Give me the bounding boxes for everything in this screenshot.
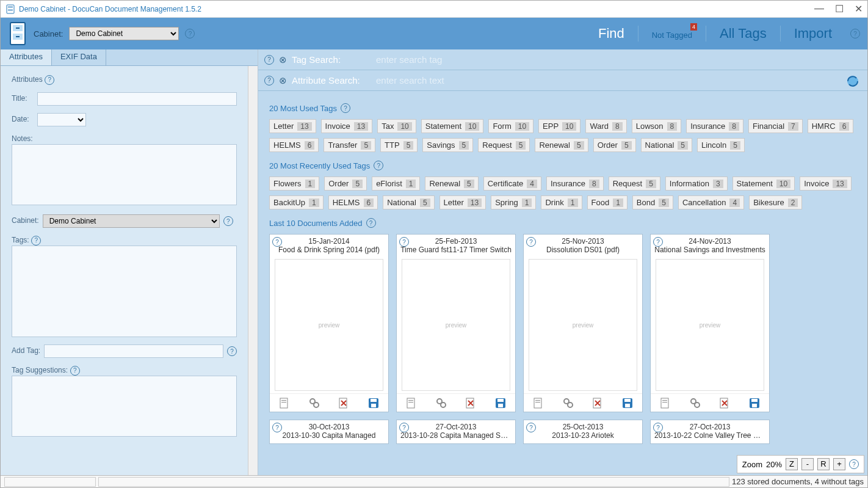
help-icon[interactable]: ? xyxy=(374,161,383,170)
tag-chip[interactable]: Spring1 xyxy=(491,195,536,209)
doc-link-icon[interactable] xyxy=(308,397,320,409)
document-card[interactable]: ?27-Oct-20132013-10-28 Capita Managed Se… xyxy=(396,420,516,444)
doc-open-icon[interactable] xyxy=(532,397,544,409)
tag-search-input[interactable] xyxy=(376,54,861,65)
close-button[interactable]: ✕ xyxy=(855,3,863,15)
tab-exif[interactable]: EXIF Data xyxy=(52,49,106,65)
tag-chip[interactable]: Flowers1 xyxy=(269,177,319,191)
tag-chip[interactable]: Savings5 xyxy=(422,138,473,152)
nav-import[interactable]: Import xyxy=(781,26,845,42)
tag-chip[interactable]: Statement10 xyxy=(421,119,484,133)
title-input[interactable] xyxy=(37,92,237,106)
doc-delete-icon[interactable] xyxy=(718,397,731,409)
help-icon[interactable]: ? xyxy=(653,237,663,247)
help-icon[interactable]: ? xyxy=(850,29,860,38)
help-icon[interactable]: ? xyxy=(526,237,536,247)
tag-chip[interactable]: Certificate4 xyxy=(483,177,541,191)
nav-all-tags[interactable]: All Tags xyxy=(706,26,781,42)
help-icon[interactable]: ? xyxy=(272,237,282,247)
tag-chip[interactable]: Request5 xyxy=(478,138,530,152)
tag-chip[interactable]: Lowson8 xyxy=(632,119,682,133)
doc-link-icon[interactable] xyxy=(435,397,447,409)
tag-chip[interactable]: BackitUp1 xyxy=(269,195,324,209)
tag-chip[interactable]: Bond5 xyxy=(632,195,673,209)
help-icon[interactable]: ? xyxy=(264,55,274,65)
minimize-button[interactable]: — xyxy=(814,3,824,15)
tags-box[interactable] xyxy=(12,246,237,337)
tag-chip[interactable]: Invoice13 xyxy=(800,177,852,191)
doc-open-icon[interactable] xyxy=(278,397,291,409)
help-icon[interactable]: ? xyxy=(366,218,376,228)
tag-chip[interactable]: Tax10 xyxy=(377,119,416,133)
help-icon[interactable]: ? xyxy=(227,346,237,356)
tag-chip[interactable]: Renewal5 xyxy=(535,138,588,152)
help-icon[interactable]: ? xyxy=(185,29,195,38)
tab-attributes[interactable]: Attributes xyxy=(1,49,52,65)
help-icon[interactable]: ? xyxy=(272,423,282,432)
tag-chip[interactable]: Ward8 xyxy=(585,119,626,133)
tag-chip[interactable]: Bikesure2 xyxy=(749,195,802,209)
help-icon[interactable]: ? xyxy=(849,459,859,469)
doc-save-icon[interactable] xyxy=(494,397,507,409)
tag-chip[interactable]: Letter13 xyxy=(439,195,486,209)
tag-chip[interactable]: Transfer5 xyxy=(324,138,375,152)
document-card[interactable]: ?15-Jan-2014Food & Drink Spring 2014 (pd… xyxy=(269,234,389,412)
document-card[interactable]: ?30-Oct-20132013-10-30 Capita Managed xyxy=(269,420,389,444)
clear-attr-search-icon[interactable]: ⊗ xyxy=(279,75,287,86)
nav-not-tagged[interactable]: Not Tagged4 xyxy=(638,26,706,42)
notes-textarea[interactable] xyxy=(12,144,237,205)
doc-delete-icon[interactable] xyxy=(465,397,477,409)
tag-chip[interactable]: Food1 xyxy=(587,195,627,209)
doc-save-icon[interactable] xyxy=(367,397,380,409)
cabinet-select-2[interactable]: Demo Cabinet xyxy=(43,214,220,228)
maximize-button[interactable]: ☐ xyxy=(835,3,844,15)
doc-delete-icon[interactable] xyxy=(338,397,350,409)
document-card[interactable]: ?25-Feb-2013Time Guard fst11-17 Timer Sw… xyxy=(396,234,516,412)
cabinet-select[interactable]: Demo Cabinet xyxy=(69,27,179,40)
tag-chip[interactable]: Insurance8 xyxy=(546,177,604,191)
zoom-reset-button[interactable]: R xyxy=(817,458,830,470)
document-card[interactable]: ?25-Oct-20132013-10-23 Ariotek xyxy=(523,420,643,444)
tag-chip[interactable]: Insurance8 xyxy=(686,119,743,133)
clear-tag-search-icon[interactable]: ⊗ xyxy=(279,54,287,65)
tag-chip[interactable]: Financial7 xyxy=(748,119,803,133)
attr-search-input[interactable] xyxy=(376,75,861,86)
tag-chip[interactable]: Order5 xyxy=(324,177,367,191)
doc-link-icon[interactable] xyxy=(562,397,574,409)
help-icon[interactable]: ? xyxy=(653,423,663,432)
tag-chip[interactable]: National5 xyxy=(383,195,434,209)
help-icon[interactable]: ? xyxy=(223,216,233,226)
doc-open-icon[interactable] xyxy=(659,397,671,409)
doc-save-icon[interactable] xyxy=(621,397,634,409)
help-icon[interactable]: ? xyxy=(399,237,409,247)
date-select[interactable] xyxy=(37,113,86,126)
help-icon[interactable]: ? xyxy=(264,76,274,86)
doc-open-icon[interactable] xyxy=(405,397,418,409)
nav-find[interactable]: Find xyxy=(585,26,638,42)
tag-chip[interactable]: Statement10 xyxy=(732,177,795,191)
tag-chip[interactable]: National5 xyxy=(641,138,692,152)
add-tag-input[interactable] xyxy=(44,344,223,358)
tag-chip[interactable]: EPP10 xyxy=(538,119,580,133)
doc-link-icon[interactable] xyxy=(689,397,701,409)
suggestions-box[interactable] xyxy=(12,376,237,437)
tag-chip[interactable]: Form10 xyxy=(488,119,533,133)
tag-chip[interactable]: Renewal5 xyxy=(425,177,478,191)
refresh-icon[interactable] xyxy=(845,74,860,89)
zoom-in-button[interactable]: + xyxy=(833,458,845,470)
tag-chip[interactable]: Drink1 xyxy=(541,195,582,209)
help-icon[interactable]: ? xyxy=(31,236,41,246)
zoom-z-button[interactable]: Z xyxy=(786,458,798,470)
doc-save-icon[interactable] xyxy=(748,397,761,409)
help-icon[interactable]: ? xyxy=(45,75,54,85)
scrollbar[interactable] xyxy=(248,66,258,475)
help-icon[interactable]: ? xyxy=(70,366,80,376)
tag-chip[interactable]: eFlorist1 xyxy=(372,177,420,191)
zoom-out-button[interactable]: - xyxy=(801,458,814,470)
doc-delete-icon[interactable] xyxy=(591,397,604,409)
tag-chip[interactable]: Invoice13 xyxy=(321,119,373,133)
document-card[interactable]: ?24-Nov-2013National Savings and Investm… xyxy=(650,234,770,412)
tag-chip[interactable]: Request5 xyxy=(609,177,660,191)
document-card[interactable]: ?25-Nov-2013Dissolution DS01 (pdf)previe… xyxy=(523,234,643,412)
tag-chip[interactable]: Information3 xyxy=(665,177,728,191)
